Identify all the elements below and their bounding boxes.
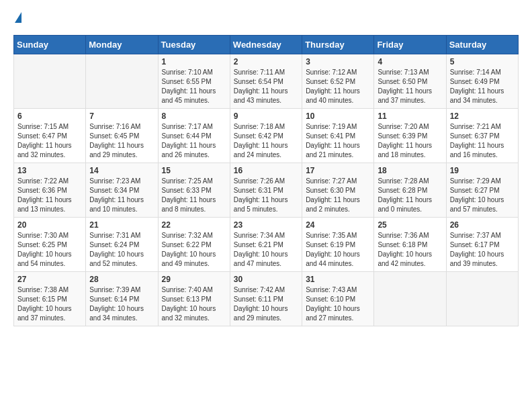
calendar-cell: 23Sunrise: 7:34 AM Sunset: 6:21 PM Dayli…	[230, 218, 302, 272]
day-number: 4	[378, 57, 442, 66]
day-info: Sunrise: 7:32 AM Sunset: 6:22 PM Dayligh…	[162, 231, 226, 269]
day-number: 23	[234, 220, 298, 230]
calendar-week-5: 27Sunrise: 7:38 AM Sunset: 6:15 PM Dayli…	[14, 272, 519, 326]
calendar-cell: 1Sunrise: 7:10 AM Sunset: 6:55 PM Daylig…	[158, 54, 230, 109]
day-header-sunday: Sunday	[14, 36, 86, 54]
day-number: 17	[306, 166, 370, 175]
calendar-cell: 17Sunrise: 7:27 AM Sunset: 6:30 PM Dayli…	[302, 163, 374, 218]
day-header-wednesday: Wednesday	[230, 36, 302, 54]
day-number: 9	[234, 111, 298, 121]
calendar-cell: 20Sunrise: 7:30 AM Sunset: 6:25 PM Dayli…	[14, 218, 86, 272]
calendar-cell: 14Sunrise: 7:23 AM Sunset: 6:34 PM Dayli…	[86, 163, 158, 218]
calendar-week-4: 20Sunrise: 7:30 AM Sunset: 6:25 PM Dayli…	[14, 218, 519, 272]
calendar-cell	[86, 54, 158, 109]
day-number: 22	[162, 220, 226, 230]
calendar-cell: 19Sunrise: 7:29 AM Sunset: 6:27 PM Dayli…	[446, 163, 518, 218]
calendar-cell: 18Sunrise: 7:28 AM Sunset: 6:28 PM Dayli…	[374, 163, 446, 218]
day-info: Sunrise: 7:28 AM Sunset: 6:28 PM Dayligh…	[378, 177, 442, 214]
calendar-cell: 26Sunrise: 7:37 AM Sunset: 6:17 PM Dayli…	[446, 218, 518, 272]
calendar-table: SundayMondayTuesdayWednesdayThursdayFrid…	[13, 35, 519, 326]
day-number: 30	[234, 275, 298, 284]
logo-triangle-icon	[15, 12, 21, 23]
calendar-cell: 31Sunrise: 7:43 AM Sunset: 6:10 PM Dayli…	[302, 272, 374, 326]
day-number: 28	[89, 275, 154, 284]
day-number: 6	[17, 111, 82, 121]
day-info: Sunrise: 7:10 AM Sunset: 6:55 PM Dayligh…	[162, 68, 226, 105]
day-number: 15	[162, 166, 226, 175]
calendar-cell: 24Sunrise: 7:35 AM Sunset: 6:19 PM Dayli…	[302, 218, 374, 272]
day-info: Sunrise: 7:26 AM Sunset: 6:31 PM Dayligh…	[234, 177, 298, 214]
day-number: 21	[89, 220, 154, 230]
day-info: Sunrise: 7:12 AM Sunset: 6:52 PM Dayligh…	[306, 68, 370, 105]
day-number: 31	[306, 275, 370, 284]
day-info: Sunrise: 7:15 AM Sunset: 6:47 PM Dayligh…	[17, 122, 82, 160]
calendar-cell: 25Sunrise: 7:36 AM Sunset: 6:18 PM Dayli…	[374, 218, 446, 272]
calendar-cell	[374, 272, 446, 326]
day-number: 12	[450, 111, 515, 121]
calendar-cell: 30Sunrise: 7:42 AM Sunset: 6:11 PM Dayli…	[230, 272, 302, 326]
day-info: Sunrise: 7:30 AM Sunset: 6:25 PM Dayligh…	[17, 231, 82, 269]
day-number: 19	[450, 166, 515, 175]
day-info: Sunrise: 7:42 AM Sunset: 6:11 PM Dayligh…	[234, 285, 298, 323]
calendar-cell: 8Sunrise: 7:17 AM Sunset: 6:44 PM Daylig…	[158, 109, 230, 163]
day-number: 26	[450, 220, 515, 230]
day-header-monday: Monday	[86, 36, 158, 54]
day-number: 5	[450, 57, 515, 66]
day-info: Sunrise: 7:13 AM Sunset: 6:50 PM Dayligh…	[378, 68, 442, 105]
calendar-week-1: 1Sunrise: 7:10 AM Sunset: 6:55 PM Daylig…	[14, 54, 519, 109]
day-number: 11	[378, 111, 442, 121]
calendar-cell: 13Sunrise: 7:22 AM Sunset: 6:36 PM Dayli…	[14, 163, 86, 218]
calendar-cell: 6Sunrise: 7:15 AM Sunset: 6:47 PM Daylig…	[14, 109, 86, 163]
day-info: Sunrise: 7:27 AM Sunset: 6:30 PM Dayligh…	[306, 177, 370, 214]
calendar-cell: 2Sunrise: 7:11 AM Sunset: 6:54 PM Daylig…	[230, 54, 302, 109]
day-header-thursday: Thursday	[302, 36, 374, 54]
day-header-friday: Friday	[374, 36, 446, 54]
calendar-week-3: 13Sunrise: 7:22 AM Sunset: 6:36 PM Dayli…	[14, 163, 519, 218]
day-number: 8	[162, 111, 226, 121]
day-number: 3	[306, 57, 370, 66]
day-info: Sunrise: 7:39 AM Sunset: 6:14 PM Dayligh…	[89, 285, 154, 323]
day-info: Sunrise: 7:25 AM Sunset: 6:33 PM Dayligh…	[162, 177, 226, 214]
day-info: Sunrise: 7:14 AM Sunset: 6:49 PM Dayligh…	[450, 68, 515, 105]
calendar-cell: 4Sunrise: 7:13 AM Sunset: 6:50 PM Daylig…	[374, 54, 446, 109]
day-info: Sunrise: 7:18 AM Sunset: 6:42 PM Dayligh…	[234, 122, 298, 160]
logo	[13, 13, 21, 24]
day-info: Sunrise: 7:29 AM Sunset: 6:27 PM Dayligh…	[450, 177, 515, 214]
calendar-cell: 22Sunrise: 7:32 AM Sunset: 6:22 PM Dayli…	[158, 218, 230, 272]
day-number: 29	[162, 275, 226, 284]
day-info: Sunrise: 7:38 AM Sunset: 6:15 PM Dayligh…	[17, 285, 82, 323]
calendar-week-2: 6Sunrise: 7:15 AM Sunset: 6:47 PM Daylig…	[14, 109, 519, 163]
calendar-cell: 15Sunrise: 7:25 AM Sunset: 6:33 PM Dayli…	[158, 163, 230, 218]
calendar-body: 1Sunrise: 7:10 AM Sunset: 6:55 PM Daylig…	[14, 54, 519, 326]
day-info: Sunrise: 7:19 AM Sunset: 6:41 PM Dayligh…	[306, 122, 370, 160]
day-number: 18	[378, 166, 442, 175]
calendar-cell: 9Sunrise: 7:18 AM Sunset: 6:42 PM Daylig…	[230, 109, 302, 163]
day-info: Sunrise: 7:40 AM Sunset: 6:13 PM Dayligh…	[162, 285, 226, 323]
day-number: 16	[234, 166, 298, 175]
day-header-saturday: Saturday	[446, 36, 518, 54]
day-number: 10	[306, 111, 370, 121]
day-info: Sunrise: 7:35 AM Sunset: 6:19 PM Dayligh…	[306, 231, 370, 269]
calendar-cell: 7Sunrise: 7:16 AM Sunset: 6:45 PM Daylig…	[86, 109, 158, 163]
day-info: Sunrise: 7:34 AM Sunset: 6:21 PM Dayligh…	[234, 231, 298, 269]
day-info: Sunrise: 7:22 AM Sunset: 6:36 PM Dayligh…	[17, 177, 82, 214]
calendar-cell: 11Sunrise: 7:20 AM Sunset: 6:39 PM Dayli…	[374, 109, 446, 163]
day-number: 27	[17, 275, 82, 284]
day-info: Sunrise: 7:23 AM Sunset: 6:34 PM Dayligh…	[89, 177, 154, 214]
day-number: 20	[17, 220, 82, 230]
calendar-cell: 10Sunrise: 7:19 AM Sunset: 6:41 PM Dayli…	[302, 109, 374, 163]
calendar-cell: 16Sunrise: 7:26 AM Sunset: 6:31 PM Dayli…	[230, 163, 302, 218]
day-number: 13	[17, 166, 82, 175]
day-number: 7	[89, 111, 154, 121]
day-number: 25	[378, 220, 442, 230]
calendar-cell: 29Sunrise: 7:40 AM Sunset: 6:13 PM Dayli…	[158, 272, 230, 326]
calendar-cell	[14, 54, 86, 109]
header	[13, 13, 519, 24]
day-number: 2	[234, 57, 298, 66]
day-number: 1	[162, 57, 226, 66]
calendar-cell: 21Sunrise: 7:31 AM Sunset: 6:24 PM Dayli…	[86, 218, 158, 272]
calendar-cell: 28Sunrise: 7:39 AM Sunset: 6:14 PM Dayli…	[86, 272, 158, 326]
day-info: Sunrise: 7:43 AM Sunset: 6:10 PM Dayligh…	[306, 285, 370, 323]
calendar-cell	[446, 272, 518, 326]
calendar-cell: 5Sunrise: 7:14 AM Sunset: 6:49 PM Daylig…	[446, 54, 518, 109]
